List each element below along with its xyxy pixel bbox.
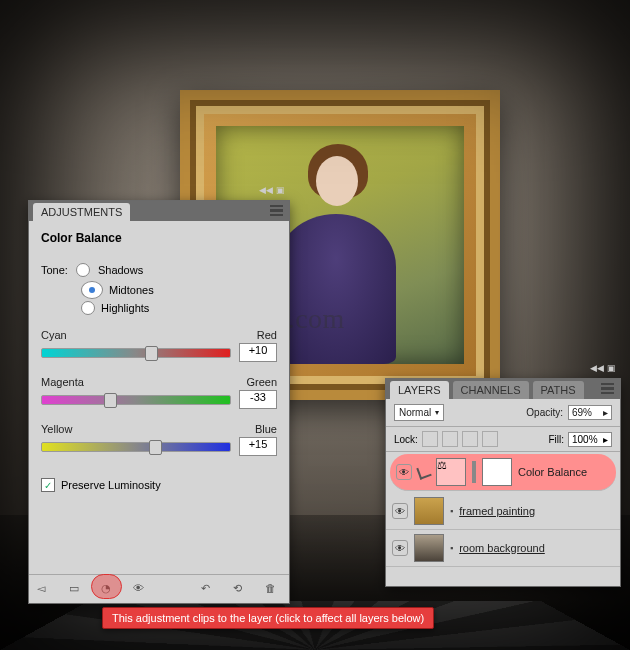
- layer-name[interactable]: room background: [459, 542, 545, 554]
- slider-thumb[interactable]: [104, 393, 117, 408]
- adjustments-panel: ◀◀ ▣ ADJUSTMENTS Color Balance Tone: Sha…: [28, 200, 290, 604]
- layers-header: LAYERS CHANNELS PATHS: [386, 379, 620, 399]
- layer-thumb: [414, 534, 444, 562]
- reset-icon[interactable]: ⟲: [233, 582, 249, 596]
- slider-magenta-green[interactable]: [41, 395, 231, 405]
- adjustment-title: Color Balance: [29, 221, 289, 249]
- eye-icon[interactable]: 👁: [392, 540, 408, 556]
- slider-thumb[interactable]: [145, 346, 158, 361]
- radio-midtones-label: Midtones: [109, 284, 154, 296]
- layer-row-color-balance[interactable]: 👁 ⚖ Color Balance: [390, 454, 616, 491]
- layer-name[interactable]: framed painting: [459, 505, 535, 517]
- chevron-down-icon: ▾: [435, 408, 439, 417]
- adjustment-thumb-icon: ⚖: [436, 458, 466, 486]
- preserve-luminosity-label: Preserve Luminosity: [61, 479, 161, 491]
- layer-thumb: [414, 497, 444, 525]
- label-blue: Blue: [255, 423, 277, 435]
- smart-object-icon: ▪: [450, 543, 453, 553]
- label-yellow: Yellow: [41, 423, 72, 435]
- tab-adjustments[interactable]: ADJUSTMENTS: [33, 203, 130, 221]
- radio-shadows-label: Shadows: [98, 264, 143, 276]
- opacity-input[interactable]: 69%▸: [568, 405, 612, 420]
- radio-highlights-label: Highlights: [101, 302, 149, 314]
- label-green: Green: [246, 376, 277, 388]
- clip-indicator-icon: [416, 464, 431, 479]
- layer-name[interactable]: Color Balance: [518, 466, 587, 478]
- visibility-icon[interactable]: 👁: [133, 582, 149, 596]
- trash-icon[interactable]: 🗑: [265, 582, 281, 596]
- lock-image-icon[interactable]: [442, 431, 458, 447]
- tab-layers[interactable]: LAYERS: [390, 381, 449, 399]
- smart-object-icon: ▪: [450, 506, 453, 516]
- lock-transparent-icon[interactable]: [422, 431, 438, 447]
- chevron-right-icon: ▸: [603, 434, 608, 445]
- layers-panel: ◀◀ ▣ LAYERS CHANNELS PATHS Normal▾ Opaci…: [385, 378, 621, 587]
- panel-menu-icon[interactable]: [270, 205, 283, 216]
- lock-all-icon[interactable]: [482, 431, 498, 447]
- lock-position-icon[interactable]: [462, 431, 478, 447]
- tab-paths[interactable]: PATHS: [533, 381, 584, 399]
- slider-cyan-red[interactable]: [41, 348, 231, 358]
- adjustments-header: ADJUSTMENTS: [29, 201, 289, 221]
- blend-mode-select[interactable]: Normal▾: [394, 404, 444, 421]
- link-icon: [472, 461, 476, 483]
- panel-collapse-icon[interactable]: ◀◀ ▣: [590, 363, 616, 373]
- tab-channels[interactable]: CHANNELS: [453, 381, 529, 399]
- tooltip-clip-to-layer: This adjustment clips to the layer (clic…: [102, 607, 434, 629]
- label-red: Red: [257, 329, 277, 341]
- panel-collapse-icon[interactable]: ◀◀ ▣: [259, 185, 285, 195]
- slider-thumb[interactable]: [149, 440, 162, 455]
- eye-icon[interactable]: 👁: [392, 503, 408, 519]
- layer-mask-thumb[interactable]: [482, 458, 512, 486]
- label-magenta: Magenta: [41, 376, 84, 388]
- radio-shadows[interactable]: [76, 263, 90, 277]
- adjustments-footer: ◅ ▭ ◔ 👁 ↶ ⟲ 🗑: [29, 574, 289, 603]
- layer-row-framed-painting[interactable]: 👁 ▪ framed painting: [386, 493, 620, 530]
- checkbox-preserve-luminosity[interactable]: ✓: [41, 478, 55, 492]
- highlight-clip-icon: [91, 574, 122, 599]
- value-yellow-blue[interactable]: +15: [239, 437, 277, 456]
- layer-list: 👁 ⚖ Color Balance 👁 ▪ framed painting 👁 …: [386, 454, 620, 567]
- expand-icon[interactable]: ▭: [69, 582, 85, 596]
- label-cyan: Cyan: [41, 329, 67, 341]
- value-cyan-red[interactable]: +10: [239, 343, 277, 362]
- fill-label: Fill:: [548, 434, 564, 445]
- radio-midtones[interactable]: [81, 281, 103, 299]
- previous-state-icon[interactable]: ↶: [201, 582, 217, 596]
- tone-label: Tone:: [41, 264, 68, 276]
- return-icon[interactable]: ◅: [37, 582, 53, 596]
- slider-yellow-blue[interactable]: [41, 442, 231, 452]
- value-magenta-green[interactable]: -33: [239, 390, 277, 409]
- panel-menu-icon[interactable]: [601, 383, 614, 394]
- fill-input[interactable]: 100%▸: [568, 432, 612, 447]
- eye-icon[interactable]: 👁: [396, 464, 412, 480]
- layer-row-room-background[interactable]: 👁 ▪ room background: [386, 530, 620, 567]
- chevron-right-icon: ▸: [603, 407, 608, 418]
- lock-label: Lock:: [394, 434, 418, 445]
- radio-highlights[interactable]: [81, 301, 95, 315]
- opacity-label: Opacity:: [526, 407, 563, 418]
